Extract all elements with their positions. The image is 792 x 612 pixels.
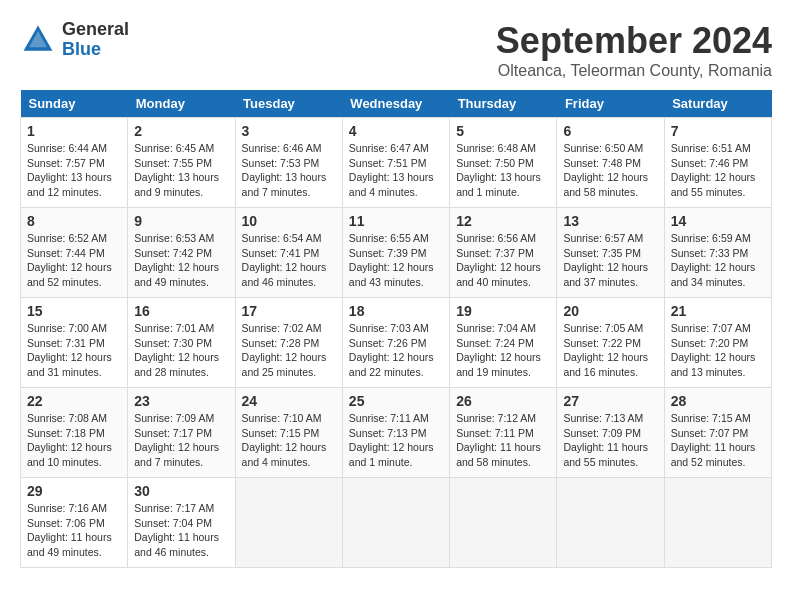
day-cell: 2Sunrise: 6:45 AM Sunset: 7:55 PM Daylig… <box>128 118 235 208</box>
day-number: 25 <box>349 393 443 409</box>
day-number: 1 <box>27 123 121 139</box>
day-number: 2 <box>134 123 228 139</box>
day-info: Sunrise: 7:02 AM Sunset: 7:28 PM Dayligh… <box>242 321 336 380</box>
day-info: Sunrise: 6:46 AM Sunset: 7:53 PM Dayligh… <box>242 141 336 200</box>
day-info: Sunrise: 6:44 AM Sunset: 7:57 PM Dayligh… <box>27 141 121 200</box>
day-cell: 17Sunrise: 7:02 AM Sunset: 7:28 PM Dayli… <box>235 298 342 388</box>
day-cell: 13Sunrise: 6:57 AM Sunset: 7:35 PM Dayli… <box>557 208 664 298</box>
week-row-4: 22Sunrise: 7:08 AM Sunset: 7:18 PM Dayli… <box>21 388 772 478</box>
day-number: 30 <box>134 483 228 499</box>
header-row: SundayMondayTuesdayWednesdayThursdayFrid… <box>21 90 772 118</box>
day-info: Sunrise: 6:48 AM Sunset: 7:50 PM Dayligh… <box>456 141 550 200</box>
day-number: 13 <box>563 213 657 229</box>
month-title: September 2024 <box>496 20 772 62</box>
day-cell: 11Sunrise: 6:55 AM Sunset: 7:39 PM Dayli… <box>342 208 449 298</box>
column-header-monday: Monday <box>128 90 235 118</box>
day-cell: 12Sunrise: 6:56 AM Sunset: 7:37 PM Dayli… <box>450 208 557 298</box>
day-info: Sunrise: 6:53 AM Sunset: 7:42 PM Dayligh… <box>134 231 228 290</box>
day-number: 18 <box>349 303 443 319</box>
day-cell: 18Sunrise: 7:03 AM Sunset: 7:26 PM Dayli… <box>342 298 449 388</box>
day-cell: 7Sunrise: 6:51 AM Sunset: 7:46 PM Daylig… <box>664 118 771 208</box>
day-info: Sunrise: 7:04 AM Sunset: 7:24 PM Dayligh… <box>456 321 550 380</box>
day-number: 20 <box>563 303 657 319</box>
day-number: 28 <box>671 393 765 409</box>
day-number: 4 <box>349 123 443 139</box>
day-number: 19 <box>456 303 550 319</box>
day-number: 15 <box>27 303 121 319</box>
logo-blue: Blue <box>62 40 129 60</box>
day-cell: 27Sunrise: 7:13 AM Sunset: 7:09 PM Dayli… <box>557 388 664 478</box>
day-cell: 21Sunrise: 7:07 AM Sunset: 7:20 PM Dayli… <box>664 298 771 388</box>
day-info: Sunrise: 7:08 AM Sunset: 7:18 PM Dayligh… <box>27 411 121 470</box>
day-number: 9 <box>134 213 228 229</box>
logo: General Blue <box>20 20 129 60</box>
day-cell: 29Sunrise: 7:16 AM Sunset: 7:06 PM Dayli… <box>21 478 128 568</box>
day-number: 7 <box>671 123 765 139</box>
day-cell: 19Sunrise: 7:04 AM Sunset: 7:24 PM Dayli… <box>450 298 557 388</box>
day-cell: 1Sunrise: 6:44 AM Sunset: 7:57 PM Daylig… <box>21 118 128 208</box>
day-info: Sunrise: 7:07 AM Sunset: 7:20 PM Dayligh… <box>671 321 765 380</box>
day-number: 11 <box>349 213 443 229</box>
day-info: Sunrise: 7:15 AM Sunset: 7:07 PM Dayligh… <box>671 411 765 470</box>
day-info: Sunrise: 6:52 AM Sunset: 7:44 PM Dayligh… <box>27 231 121 290</box>
day-number: 22 <box>27 393 121 409</box>
day-cell <box>664 478 771 568</box>
day-number: 8 <box>27 213 121 229</box>
day-cell: 24Sunrise: 7:10 AM Sunset: 7:15 PM Dayli… <box>235 388 342 478</box>
day-cell: 14Sunrise: 6:59 AM Sunset: 7:33 PM Dayli… <box>664 208 771 298</box>
page-header: General Blue September 2024 Olteanca, Te… <box>20 20 772 80</box>
day-cell <box>342 478 449 568</box>
day-number: 21 <box>671 303 765 319</box>
day-number: 27 <box>563 393 657 409</box>
day-number: 29 <box>27 483 121 499</box>
logo-icon <box>20 22 56 58</box>
day-number: 10 <box>242 213 336 229</box>
day-number: 17 <box>242 303 336 319</box>
day-info: Sunrise: 6:50 AM Sunset: 7:48 PM Dayligh… <box>563 141 657 200</box>
day-cell: 8Sunrise: 6:52 AM Sunset: 7:44 PM Daylig… <box>21 208 128 298</box>
day-info: Sunrise: 6:45 AM Sunset: 7:55 PM Dayligh… <box>134 141 228 200</box>
day-cell: 26Sunrise: 7:12 AM Sunset: 7:11 PM Dayli… <box>450 388 557 478</box>
day-info: Sunrise: 7:00 AM Sunset: 7:31 PM Dayligh… <box>27 321 121 380</box>
day-info: Sunrise: 7:10 AM Sunset: 7:15 PM Dayligh… <box>242 411 336 470</box>
day-cell <box>557 478 664 568</box>
day-cell: 10Sunrise: 6:54 AM Sunset: 7:41 PM Dayli… <box>235 208 342 298</box>
day-info: Sunrise: 6:56 AM Sunset: 7:37 PM Dayligh… <box>456 231 550 290</box>
day-cell: 4Sunrise: 6:47 AM Sunset: 7:51 PM Daylig… <box>342 118 449 208</box>
day-info: Sunrise: 6:57 AM Sunset: 7:35 PM Dayligh… <box>563 231 657 290</box>
day-info: Sunrise: 7:05 AM Sunset: 7:22 PM Dayligh… <box>563 321 657 380</box>
day-number: 12 <box>456 213 550 229</box>
day-info: Sunrise: 6:51 AM Sunset: 7:46 PM Dayligh… <box>671 141 765 200</box>
week-row-2: 8Sunrise: 6:52 AM Sunset: 7:44 PM Daylig… <box>21 208 772 298</box>
logo-general: General <box>62 20 129 40</box>
day-info: Sunrise: 6:59 AM Sunset: 7:33 PM Dayligh… <box>671 231 765 290</box>
day-cell: 3Sunrise: 6:46 AM Sunset: 7:53 PM Daylig… <box>235 118 342 208</box>
day-cell: 23Sunrise: 7:09 AM Sunset: 7:17 PM Dayli… <box>128 388 235 478</box>
day-cell <box>450 478 557 568</box>
day-cell: 28Sunrise: 7:15 AM Sunset: 7:07 PM Dayli… <box>664 388 771 478</box>
day-number: 3 <box>242 123 336 139</box>
column-header-wednesday: Wednesday <box>342 90 449 118</box>
column-header-tuesday: Tuesday <box>235 90 342 118</box>
column-header-sunday: Sunday <box>21 90 128 118</box>
column-header-saturday: Saturday <box>664 90 771 118</box>
day-cell: 5Sunrise: 6:48 AM Sunset: 7:50 PM Daylig… <box>450 118 557 208</box>
day-cell: 6Sunrise: 6:50 AM Sunset: 7:48 PM Daylig… <box>557 118 664 208</box>
column-header-friday: Friday <box>557 90 664 118</box>
week-row-3: 15Sunrise: 7:00 AM Sunset: 7:31 PM Dayli… <box>21 298 772 388</box>
day-info: Sunrise: 7:13 AM Sunset: 7:09 PM Dayligh… <box>563 411 657 470</box>
day-info: Sunrise: 6:47 AM Sunset: 7:51 PM Dayligh… <box>349 141 443 200</box>
day-info: Sunrise: 7:11 AM Sunset: 7:13 PM Dayligh… <box>349 411 443 470</box>
day-cell: 22Sunrise: 7:08 AM Sunset: 7:18 PM Dayli… <box>21 388 128 478</box>
day-cell: 30Sunrise: 7:17 AM Sunset: 7:04 PM Dayli… <box>128 478 235 568</box>
day-number: 14 <box>671 213 765 229</box>
day-info: Sunrise: 7:16 AM Sunset: 7:06 PM Dayligh… <box>27 501 121 560</box>
day-number: 6 <box>563 123 657 139</box>
week-row-5: 29Sunrise: 7:16 AM Sunset: 7:06 PM Dayli… <box>21 478 772 568</box>
day-info: Sunrise: 6:54 AM Sunset: 7:41 PM Dayligh… <box>242 231 336 290</box>
day-number: 26 <box>456 393 550 409</box>
day-cell: 15Sunrise: 7:00 AM Sunset: 7:31 PM Dayli… <box>21 298 128 388</box>
day-info: Sunrise: 7:12 AM Sunset: 7:11 PM Dayligh… <box>456 411 550 470</box>
logo-text: General Blue <box>62 20 129 60</box>
day-number: 5 <box>456 123 550 139</box>
